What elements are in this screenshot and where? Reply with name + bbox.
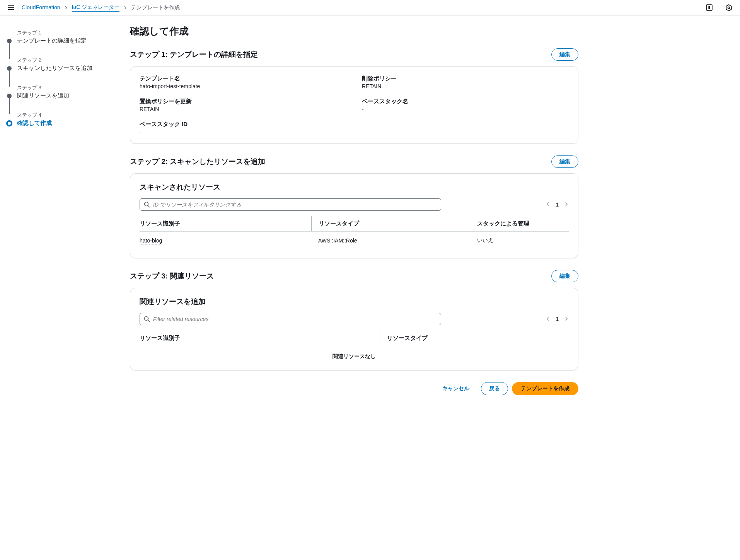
breadcrumb-iac-generator[interactable]: IaC ジェネレーター [72,4,120,12]
breadcrumb-cloudformation[interactable]: CloudFormation [22,4,60,11]
wizard-steps: ステップ 1 テンプレートの詳細を指定 ステップ 2 スキャンしたリソースを追加… [6,25,114,395]
step2-heading: ステップ 2: スキャンしたリソースを追加 [130,157,265,167]
step2-panel: スキャンされたリソース 1 リソース識別子 リソースタイプ スタックによる管理 [130,173,578,258]
page-title: 確認して作成 [130,25,578,38]
related-resources-pager: 1 [546,316,569,322]
step1-edit-button[interactable]: 編集 [551,48,578,61]
scanned-resources-search[interactable] [140,198,441,211]
settings-hex-icon[interactable] [724,3,734,13]
base-stack-name-value: - [362,106,569,112]
step-label: ステップ 1 [17,29,87,36]
panel-toggle-icon[interactable] [704,3,714,13]
step3-panel: 関連リソースを追加 1 リソース識別子 リソースタイプ 関連リソースなし [130,288,578,370]
replace-policy-key: 置換ポリシーを更新 [140,98,346,105]
step-title: スキャンしたリソースを追加 [17,65,92,72]
pager-page-number: 1 [556,201,559,208]
step3-heading: ステップ 3: 関連リソース [130,271,214,281]
delete-policy-value: RETAIN [362,83,569,89]
replace-policy-value: RETAIN [140,106,346,112]
chevron-right-icon [64,5,68,11]
template-name-value: hato-import-test-template [140,83,346,89]
hamburger-menu-icon[interactable] [6,4,15,12]
scanned-resources-table: リソース識別子 リソースタイプ スタックによる管理 hato-blog AWS:… [140,216,569,249]
related-resources-title: 関連リソースを追加 [140,297,569,307]
pager-next-icon[interactable] [564,316,569,322]
pager-page-number: 1 [556,316,559,322]
step3-edit-button[interactable]: 編集 [551,270,578,282]
create-template-button[interactable]: テンプレートを作成 [512,382,578,395]
col-resource-type[interactable]: リソースタイプ [311,216,470,232]
col-resource-id[interactable]: リソース識別子 [140,331,380,346]
scanned-resources-title: スキャンされたリソース [140,182,569,192]
svg-point-4 [145,317,148,321]
breadcrumb: CloudFormation IaC ジェネレーター テンプレートを作成 [22,4,704,12]
breadcrumb-current: テンプレートを作成 [131,4,180,11]
wizard-step-2[interactable]: ステップ 2 スキャンしたリソースを追加 [6,55,114,83]
scanned-resources-pager: 1 [546,201,569,208]
chevron-right-icon [123,5,127,11]
step-title: 関連リソースを追加 [17,92,69,99]
svg-point-3 [145,202,148,206]
footer-actions: キャンセル 戻る テンプレートを作成 [130,382,578,395]
wizard-step-3[interactable]: ステップ 3 関連リソースを追加 [6,83,114,110]
col-resource-id[interactable]: リソース識別子 [140,216,311,232]
step2-edit-button[interactable]: 編集 [551,155,578,168]
topbar: CloudFormation IaC ジェネレーター テンプレートを作成 [0,0,740,15]
main-content: 確認して作成 ステップ 1: テンプレートの詳細を指定 編集 テンプレート名ha… [130,25,578,395]
resource-type-cell: AWS::IAM::Role [311,232,470,250]
resource-id-cell[interactable]: hato-blog [140,237,162,244]
step-title: 確認して作成 [17,120,52,127]
col-resource-type[interactable]: リソースタイプ [380,331,569,346]
search-icon [144,201,150,208]
step1-heading: ステップ 1: テンプレートの詳細を指定 [130,50,258,60]
svg-point-2 [728,7,730,9]
template-name-key: テンプレート名 [140,75,346,82]
back-button[interactable]: 戻る [481,382,508,395]
wizard-step-4[interactable]: ステップ 4 確認して作成 [6,110,114,127]
delete-policy-key: 削除ポリシー [362,75,569,82]
step1-panel: テンプレート名hato-import-test-template 削除ポリシーR… [130,66,578,144]
step-title: テンプレートの詳細を指定 [17,37,87,44]
base-stack-id-key: ベーススタック ID [140,121,346,128]
topbar-divider [719,4,719,12]
cancel-button[interactable]: キャンセル [435,382,477,395]
base-stack-name-key: ベーススタック名 [362,98,569,105]
related-resources-search-input[interactable] [153,316,437,322]
scanned-resources-search-input[interactable] [153,201,437,208]
related-resources-search[interactable] [140,313,441,325]
topbar-right [704,3,734,13]
step-label: ステップ 3 [17,84,69,91]
table-row: hato-blog AWS::IAM::Role いいえ [140,232,569,250]
pager-prev-icon[interactable] [546,201,550,208]
pager-prev-icon[interactable] [546,316,550,322]
pager-next-icon[interactable] [564,201,569,208]
related-resources-empty: 関連リソースなし [140,346,569,362]
wizard-step-1[interactable]: ステップ 1 テンプレートの詳細を指定 [6,28,114,55]
base-stack-id-value: - [140,129,346,135]
col-managed-by-stack[interactable]: スタックによる管理 [470,216,569,232]
step-label: ステップ 2 [17,57,92,64]
related-resources-table: リソース識別子 リソースタイプ [140,331,569,346]
svg-rect-1 [708,6,710,9]
resource-managed-cell: いいえ [470,232,569,250]
search-icon [144,316,150,322]
step-label: ステップ 4 [17,112,52,119]
